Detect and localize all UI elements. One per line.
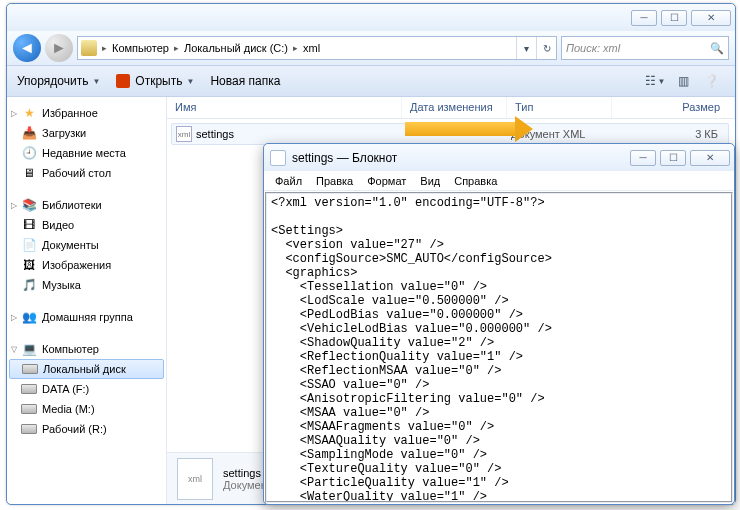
notepad-textarea[interactable]: <?xml version="1.0" encoding="UTF-8"?> <… [265, 192, 733, 503]
nav-desktop[interactable]: 🖥Рабочий стол [7, 163, 166, 183]
menu-edit[interactable]: Правка [311, 173, 358, 189]
navigation-pane: ▷★Избранное 📥Загрузки 🕘Недавние места 🖥Р… [7, 97, 167, 504]
drive-icon [81, 40, 97, 56]
notepad-menubar: Файл Правка Формат Вид Справка [264, 171, 734, 191]
expand-icon: ▽ [11, 345, 21, 354]
recent-icon: 🕘 [21, 145, 37, 161]
file-size: 3 КБ [616, 128, 728, 140]
chevron-down-icon: ▼ [92, 77, 100, 86]
collapse-icon: ▷ [11, 109, 21, 118]
close-button[interactable]: ✕ [690, 150, 730, 166]
back-button[interactable]: ◄ [13, 34, 41, 62]
preview-button[interactable]: ▥ [669, 70, 697, 92]
chevron-down-icon: ▼ [186, 77, 194, 86]
xml-file-icon: xml [177, 458, 213, 500]
collapse-icon: ▷ [11, 313, 21, 322]
drive-icon [21, 384, 37, 394]
refresh-button[interactable]: ↻ [536, 37, 556, 59]
maximize-button[interactable]: ☐ [661, 10, 687, 26]
open-button[interactable]: Открыть▼ [116, 74, 194, 88]
breadcrumb[interactable]: ▸ Компьютер ▸ Локальный диск (C:) ▸ xml … [77, 36, 557, 60]
star-icon: ★ [21, 105, 37, 121]
breadcrumb-segment[interactable]: xml [300, 37, 323, 59]
computer-icon: 💻 [21, 341, 37, 357]
notepad-content[interactable]: <?xml version="1.0" encoding="UTF-8"?> <… [267, 194, 731, 503]
chevron-right-icon: ▸ [172, 43, 181, 53]
nav-music[interactable]: 🎵Музыка [7, 275, 166, 295]
column-headers: Имя Дата изменения Тип Размер [167, 97, 735, 119]
computer-header[interactable]: ▽💻Компьютер [7, 339, 166, 359]
col-name[interactable]: Имя [167, 97, 402, 118]
minimize-button[interactable]: ─ [630, 150, 656, 166]
breadcrumb-dropdown[interactable]: ▾ [516, 37, 536, 59]
notepad-icon [270, 150, 286, 166]
nav-drive-f[interactable]: DATA (F:) [7, 379, 166, 399]
video-icon: 🎞 [21, 217, 37, 233]
pictures-icon: 🖼 [21, 257, 37, 273]
notepad-window: settings — Блокнот ─ ☐ ✕ Файл Правка Фор… [263, 143, 735, 505]
homegroup-header[interactable]: ▷👥Домашняя группа [7, 307, 166, 327]
breadcrumb-segment[interactable]: Локальный диск (C:) [181, 37, 291, 59]
breadcrumb-segment[interactable]: Компьютер [109, 37, 172, 59]
menu-file[interactable]: Файл [270, 173, 307, 189]
downloads-icon: 📥 [21, 125, 37, 141]
drive-icon [22, 364, 38, 374]
menu-view[interactable]: Вид [415, 173, 445, 189]
homegroup-icon: 👥 [21, 309, 37, 325]
music-icon: 🎵 [21, 277, 37, 293]
drive-icon [21, 424, 37, 434]
notepad-title: settings — Блокнот [292, 151, 626, 165]
favorites-header[interactable]: ▷★Избранное [7, 103, 166, 123]
maximize-button[interactable]: ☐ [660, 150, 686, 166]
nav-videos[interactable]: 🎞Видео [7, 215, 166, 235]
nav-downloads[interactable]: 📥Загрузки [7, 123, 166, 143]
close-button[interactable]: ✕ [691, 10, 731, 26]
organize-button[interactable]: Упорядочить▼ [17, 74, 100, 88]
office-icon [116, 74, 130, 88]
collapse-icon: ▷ [11, 201, 21, 210]
nav-drive-c[interactable]: Локальный диск [9, 359, 164, 379]
libraries-header[interactable]: ▷📚Библиотеки [7, 195, 166, 215]
desktop-icon: 🖥 [21, 165, 37, 181]
search-input[interactable]: Поиск: xml 🔍 [561, 36, 729, 60]
explorer-titlebar: ─ ☐ ✕ [7, 4, 735, 31]
col-size[interactable]: Размер [612, 97, 735, 118]
col-date[interactable]: Дата изменения [402, 97, 507, 118]
search-icon: 🔍 [710, 42, 724, 55]
xml-file-icon: xml [176, 126, 192, 142]
nav-pictures[interactable]: 🖼Изображения [7, 255, 166, 275]
document-icon: 📄 [21, 237, 37, 253]
nav-bar: ◄ ► ▸ Компьютер ▸ Локальный диск (C:) ▸ … [7, 31, 735, 65]
search-placeholder: Поиск: xml [566, 42, 620, 54]
chevron-right-icon: ▸ [100, 43, 109, 53]
annotation-arrow [405, 122, 515, 136]
newfolder-button[interactable]: Новая папка [210, 74, 280, 88]
minimize-button[interactable]: ─ [631, 10, 657, 26]
menu-format[interactable]: Формат [362, 173, 411, 189]
drive-icon [21, 404, 37, 414]
help-button[interactable]: ❔ [697, 70, 725, 92]
menu-help[interactable]: Справка [449, 173, 502, 189]
nav-documents[interactable]: 📄Документы [7, 235, 166, 255]
view-button[interactable]: ☷▼ [641, 70, 669, 92]
toolbar: Упорядочить▼ Открыть▼ Новая папка ☷▼ ▥ ❔ [7, 65, 735, 97]
nav-drive-r[interactable]: Рабочий (R:) [7, 419, 166, 439]
nav-drive-m[interactable]: Media (M:) [7, 399, 166, 419]
libraries-icon: 📚 [21, 197, 37, 213]
col-type[interactable]: Тип [507, 97, 612, 118]
nav-recent[interactable]: 🕘Недавние места [7, 143, 166, 163]
forward-button[interactable]: ► [45, 34, 73, 62]
chevron-right-icon: ▸ [291, 43, 300, 53]
file-name: settings [196, 128, 406, 140]
